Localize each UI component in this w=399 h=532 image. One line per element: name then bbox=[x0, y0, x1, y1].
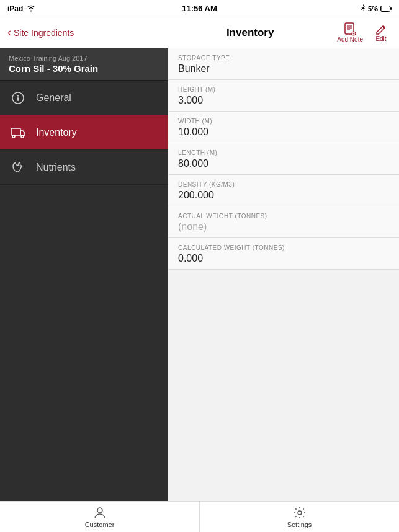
svg-rect-13 bbox=[17, 97, 19, 101]
back-chevron-icon: ‹ bbox=[7, 26, 11, 39]
app-container: ‹ Site Ingredients Inventory Add Note bbox=[0, 17, 399, 532]
nav-header: ‹ Site Ingredients Inventory Add Note bbox=[0, 17, 399, 48]
sidebar-item-nutrients[interactable]: Nutrients bbox=[0, 150, 168, 185]
nav-title-section: Inventory bbox=[168, 27, 332, 39]
field-label-4: DENSITY (KG/M3) bbox=[178, 181, 389, 188]
svg-point-15 bbox=[12, 135, 15, 138]
field-group-2: WIDTH (M)10.000 bbox=[168, 112, 399, 143]
back-button[interactable]: ‹ Site Ingredients bbox=[0, 26, 168, 39]
customer-icon bbox=[93, 506, 107, 520]
field-label-5: ACTUAL WEIGHT (TONNES) bbox=[178, 213, 389, 219]
svg-rect-2 bbox=[390, 7, 392, 10]
sidebar-header: Mexico Training Aug 2017 Corn Sil - 30% … bbox=[0, 48, 168, 81]
field-label-6: CALCULATED WEIGHT (TONNES) bbox=[178, 244, 389, 251]
battery-percent: 5% bbox=[368, 5, 378, 12]
truck-icon bbox=[9, 126, 27, 139]
field-value-0: Bunker bbox=[178, 63, 389, 74]
page-title: Inventory bbox=[226, 27, 274, 39]
sidebar: Mexico Training Aug 2017 Corn Sil - 30% … bbox=[0, 48, 168, 501]
svg-point-18 bbox=[298, 511, 302, 515]
status-left: iPad bbox=[7, 4, 35, 13]
sidebar-nav: General Inventory bbox=[0, 81, 168, 501]
carrier-label: iPad bbox=[7, 4, 23, 13]
nutrients-icon bbox=[9, 161, 27, 174]
tab-settings-label: Settings bbox=[287, 521, 312, 528]
field-group-5: ACTUAL WEIGHT (TONNES)(none) bbox=[168, 206, 399, 238]
sidebar-subtitle: Mexico Training Aug 2017 bbox=[9, 55, 159, 62]
field-group-4: DENSITY (KG/M3)200.000 bbox=[168, 175, 399, 206]
bluetooth-icon bbox=[361, 4, 365, 12]
field-group-3: LENGTH (M)80.000 bbox=[168, 143, 399, 175]
sidebar-item-general[interactable]: General bbox=[0, 81, 168, 115]
content-area: Mexico Training Aug 2017 Corn Sil - 30% … bbox=[0, 48, 399, 501]
svg-point-17 bbox=[97, 508, 102, 513]
tab-settings[interactable]: Settings bbox=[200, 502, 399, 532]
field-group-6: CALCULATED WEIGHT (TONNES)0.000 bbox=[168, 238, 399, 270]
nav-actions: Add Note Edit bbox=[332, 20, 399, 45]
edit-label: Edit bbox=[375, 35, 386, 42]
back-label: Site Ingredients bbox=[14, 28, 74, 38]
status-bar: iPad 11:56 AM 5% bbox=[0, 0, 399, 17]
field-label-2: WIDTH (M) bbox=[178, 118, 389, 125]
field-value-1: 3.000 bbox=[178, 95, 389, 106]
field-value-5: (none) bbox=[178, 221, 389, 233]
add-note-button[interactable]: Add Note bbox=[332, 20, 368, 45]
field-value-4: 200.000 bbox=[178, 190, 389, 201]
status-right: 5% bbox=[361, 4, 392, 12]
edit-icon bbox=[375, 23, 387, 35]
info-icon bbox=[9, 91, 27, 105]
svg-rect-1 bbox=[382, 6, 383, 11]
svg-point-16 bbox=[21, 135, 24, 138]
add-note-icon bbox=[344, 22, 356, 36]
sidebar-inventory-label: Inventory bbox=[36, 127, 77, 138]
wifi-icon bbox=[27, 5, 35, 12]
field-value-6: 0.000 bbox=[178, 253, 389, 264]
field-group-0: STORAGE TYPEBunker bbox=[168, 48, 399, 80]
sidebar-item-inventory[interactable]: Inventory bbox=[0, 115, 168, 150]
main-content: STORAGE TYPEBunkerHEIGHT (M)3.000WIDTH (… bbox=[168, 48, 399, 501]
add-note-label: Add Note bbox=[337, 36, 363, 43]
field-value-3: 80.000 bbox=[178, 158, 389, 169]
settings-icon bbox=[293, 506, 307, 520]
field-group-1: HEIGHT (M)3.000 bbox=[168, 80, 399, 112]
field-label-0: STORAGE TYPE bbox=[178, 55, 389, 61]
battery-icon bbox=[380, 6, 392, 12]
sidebar-ingredient-title: Corn Sil - 30% Grain bbox=[9, 63, 159, 74]
svg-rect-14 bbox=[11, 128, 20, 135]
tab-customer-label: Customer bbox=[85, 521, 115, 528]
sidebar-general-label: General bbox=[36, 92, 71, 104]
field-value-2: 10.000 bbox=[178, 126, 389, 138]
edit-button[interactable]: Edit bbox=[370, 20, 392, 45]
sidebar-nutrients-label: Nutrients bbox=[36, 162, 76, 173]
field-label-1: HEIGHT (M) bbox=[178, 86, 389, 93]
status-time: 11:56 AM bbox=[182, 4, 217, 13]
tab-customer[interactable]: Customer bbox=[0, 502, 200, 532]
svg-point-12 bbox=[17, 95, 19, 96]
field-label-3: LENGTH (M) bbox=[178, 149, 389, 156]
tab-bar: Customer Settings bbox=[0, 501, 399, 532]
